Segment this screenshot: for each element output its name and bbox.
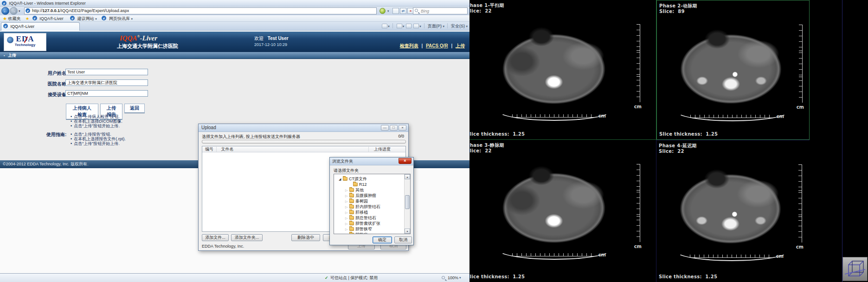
ct-quadrant-phase1[interactable]: Phase 1-平扫期Slice: 22 cm cm Slice thickne… <box>469 0 656 140</box>
scroll-down-icon[interactable]: ▾ <box>405 229 410 234</box>
column-progress[interactable]: 上传进度 <box>374 147 391 151</box>
tree-item[interactable]: R12 <box>339 182 410 187</box>
hospital-field[interactable] <box>65 79 148 86</box>
favorites-shortcut-iqqa[interactable]: IQQA®-Liver <box>39 16 64 21</box>
tree-item-label[interactable]: 胆管狭窄 <box>355 227 372 231</box>
address-dropdown-icon[interactable]: ▾ <box>387 9 389 13</box>
tree-root-label[interactable]: CT源文件 <box>349 177 367 181</box>
nav-upload-link[interactable]: 上传 <box>456 43 465 48</box>
feeds-icon[interactable] <box>397 24 402 28</box>
tree-item[interactable]: ▷胆管癌 <box>339 232 410 234</box>
web-slices-button[interactable]: 网页快讯库 <box>109 16 130 21</box>
search-box[interactable] <box>413 7 468 14</box>
read-mail-icon[interactable] <box>406 24 411 28</box>
tree-expanded-icon[interactable]: ◢ <box>339 177 343 182</box>
tree-item[interactable]: ▷肝内胆管结石 <box>339 204 410 210</box>
suggested-sites-caret-icon[interactable]: ▾ <box>95 17 97 20</box>
browse-cancel-button[interactable]: 取消 <box>394 236 412 243</box>
ct-quadrant-phase4[interactable]: Phase 4-延迟期Slice: 22 cm cm Slice thickne… <box>656 140 810 282</box>
ok-button[interactable]: 确定 <box>373 236 392 243</box>
browse-dialog-titlebar[interactable]: 浏览文件夹 × <box>330 157 413 165</box>
suggested-sites-button[interactable]: 建议网站 <box>77 16 94 21</box>
column-filename[interactable]: 文件名 <box>221 147 234 151</box>
web-slices-caret-icon[interactable]: ▾ <box>131 17 133 20</box>
orientation-cube-widget[interactable] <box>842 257 868 281</box>
nav-exam-list-link[interactable]: 检查列表 <box>400 43 418 48</box>
folder-tree[interactable]: ◢CT源文件 R12 ▷其他 ▷后腹膜肿瘤 ▷秦树园 ▷肝内胆管结石 ▷肝移植 … <box>334 174 411 234</box>
tree-item-label[interactable]: 后腹膜肿瘤 <box>355 193 376 198</box>
compatibility-view-icon[interactable] <box>379 8 386 14</box>
forward-button[interactable]: → <box>10 7 18 15</box>
hospital-name: 上海交通大学附属仁济医院 <box>117 43 178 50</box>
tree-item-label[interactable]: R12 <box>359 182 367 187</box>
vertical-ruler: cm <box>799 25 803 103</box>
ct-quadrant-phase3[interactable]: Phase 3-静脉期Slice: 22 cm cm Slice thickne… <box>469 140 656 282</box>
search-input[interactable] <box>421 8 465 14</box>
tree-item[interactable]: ▷胆总管结石 <box>339 215 410 221</box>
page-menu[interactable]: 页面(P) <box>428 24 442 28</box>
close-icon[interactable]: × <box>399 125 406 131</box>
history-dropdown-icon[interactable]: ▾ <box>19 9 20 13</box>
scroll-up-icon[interactable]: ▴ <box>405 174 410 179</box>
url-path: /IQQAEEI2/Page/Expert/Upload.aspx <box>60 8 129 13</box>
tree-item[interactable]: ▷胆管囊状扩张 <box>339 221 410 226</box>
tree-item-label[interactable]: 胆总管结石 <box>355 216 376 220</box>
tree-item-label[interactable]: 秦树园 <box>355 199 368 203</box>
browse-close-icon[interactable]: × <box>399 158 411 164</box>
tree-collapsed-icon[interactable]: ▷ <box>345 232 349 234</box>
tree-item[interactable]: ▷秦树园 <box>339 198 410 204</box>
tree-scrollbar[interactable]: ▴ ▾ <box>404 174 410 234</box>
safety-menu-caret-icon[interactable]: ▾ <box>466 25 468 28</box>
tab-bar: e IQQA®-Liver ▾ ▾ ▾ 页面(P) ▾ 安全(S) ▾ <box>0 22 469 31</box>
folder-icon <box>343 177 347 181</box>
url-input[interactable]: e http://127.0.0.1/IQQAEEI2/Page/Expert/… <box>24 7 377 14</box>
page-favicon: e <box>26 8 30 13</box>
user-name-field[interactable] <box>65 69 148 75</box>
tree-item[interactable]: ▷胆管狭窄 <box>339 226 410 232</box>
print-icon[interactable] <box>413 24 419 28</box>
back-button[interactable]: ← <box>1 7 9 15</box>
add-favorite-star-icon[interactable]: ★ <box>26 16 29 21</box>
tree-item-label[interactable]: 胆管癌 <box>355 232 368 234</box>
add-file-button[interactable]: 添加文件... <box>202 234 229 241</box>
column-no[interactable]: 编号 <box>205 147 213 151</box>
page-icon-button[interactable] <box>392 8 399 14</box>
ruler-unit-label: cm <box>796 244 804 249</box>
ct-quadrant-phase2[interactable]: Phase 2-动脉期Slice: 89 cm cm Slice thickne… <box>656 0 810 140</box>
tree-item-label[interactable]: 肝内胆管结石 <box>355 204 380 209</box>
favorites-button[interactable]: 收藏夹 <box>8 16 21 21</box>
tree-item-label[interactable]: 胆管囊状扩张 <box>355 221 380 226</box>
page-menu-caret-icon[interactable]: ▾ <box>443 25 444 28</box>
scrollbar-thumb[interactable] <box>405 195 410 209</box>
feeds-caret-icon[interactable]: ▾ <box>403 25 405 28</box>
print-caret-icon[interactable]: ▾ <box>419 25 421 28</box>
tree-item[interactable]: ▷后腹膜肿瘤 <box>339 193 410 198</box>
zoom-icon[interactable] <box>442 276 445 279</box>
refresh-button[interactable]: ⇄ <box>400 8 406 14</box>
zoom-level[interactable]: 100% <box>448 274 458 282</box>
home-caret-icon[interactable]: ▾ <box>388 25 390 28</box>
tree-root-row[interactable]: ◢CT源文件 <box>339 176 410 182</box>
zoom-caret-icon[interactable]: ▾ <box>459 274 461 282</box>
ruler-unit-label: cm <box>776 254 784 259</box>
ruler-unit-label: cm <box>797 105 804 110</box>
home-icon[interactable] <box>382 24 387 28</box>
tree-item[interactable]: ▷肝移植 <box>339 210 410 215</box>
folder-icon <box>349 222 354 225</box>
maximize-icon[interactable]: □ <box>390 125 398 131</box>
upload-dialog-titlebar[interactable]: Upload — □ × <box>199 124 408 132</box>
remove-selected-button[interactable]: 删除选中 <box>291 234 320 241</box>
back-button-form[interactable]: 返回 <box>124 104 145 113</box>
add-folder-button[interactable]: 添加文件夹... <box>231 234 263 241</box>
minimize-icon[interactable]: — <box>381 125 389 131</box>
tree-item[interactable]: ▷其他 <box>339 187 410 193</box>
tree-item-label[interactable]: 肝移植 <box>355 210 368 215</box>
favorites-star-icon[interactable]: ★ <box>3 16 7 21</box>
tab-iqqa-liver[interactable]: e IQQA®-Liver <box>1 22 80 31</box>
phase-label: Phase 2-动脉期Slice: 89 <box>659 3 697 14</box>
device-field[interactable] <box>65 90 148 97</box>
safety-menu[interactable]: 安全(S) <box>451 24 465 28</box>
nav-pacs-link[interactable]: PACS Q/R <box>426 43 448 48</box>
tree-item-label[interactable]: 其他 <box>355 188 364 192</box>
browser-window: e IQQA®-Liver - Windows Internet Explore… <box>0 0 469 282</box>
